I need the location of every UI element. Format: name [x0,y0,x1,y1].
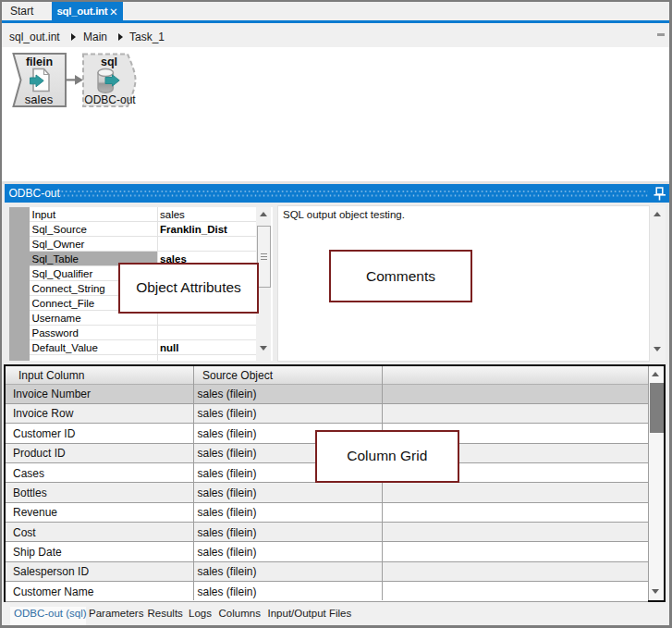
svg-text:sql: sql [101,55,117,68]
svg-text:filein: filein [26,55,53,68]
svg-text:ODBC-out: ODBC-out [84,93,136,106]
svg-text:sales: sales [25,92,54,106]
